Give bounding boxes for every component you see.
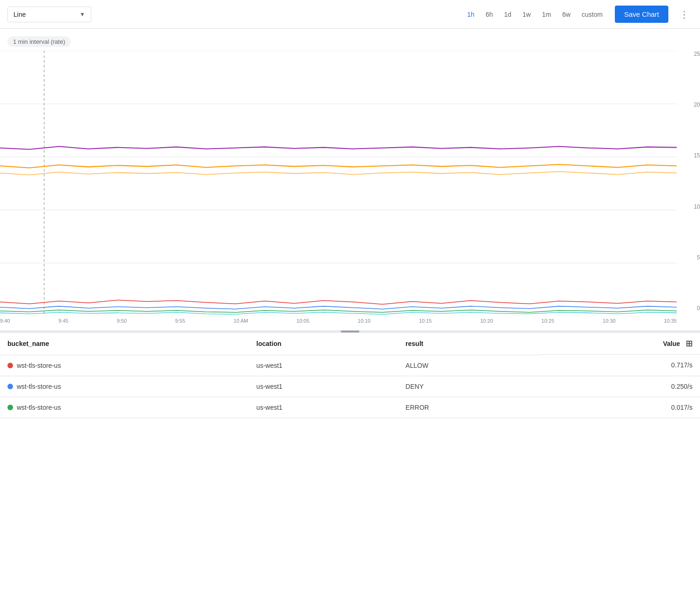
value-cell-1: 0.717/s — [538, 355, 700, 376]
legend-dot-deny — [7, 384, 13, 389]
result-cell-1: ALLOW — [398, 355, 538, 376]
chart-area: 25 20 15 10 5 0 9:40 9:45 9:50 9:55 10 A… — [0, 51, 700, 330]
x-label-1035: 10:35 — [664, 318, 677, 324]
x-label-945: 9:45 — [58, 318, 68, 324]
chevron-down-icon: ▼ — [80, 11, 85, 18]
x-label-1030: 10:30 — [603, 318, 616, 324]
more-options-button[interactable]: ⋮ — [676, 7, 693, 22]
table-row: wst-tls-store-us us-west1 ALLOW 0.717/s — [0, 355, 700, 376]
x-axis: 9:40 9:45 9:50 9:55 10 AM 10:05 10:10 10… — [0, 316, 677, 330]
bucket-name-cell-2: wst-tls-store-us — [0, 376, 249, 397]
chart-svg — [0, 51, 677, 316]
x-label-10am: 10 AM — [234, 318, 248, 324]
x-label-1005: 10:05 — [296, 318, 310, 324]
chart-type-label: Line — [13, 11, 76, 18]
y-label-20: 20 — [694, 102, 700, 108]
toolbar: Line ▼ 1h 6h 1d 1w 1m 6w custom Save Cha… — [0, 0, 700, 29]
time-range-group: 1h 6h 1d 1w 1m 6w custom — [463, 8, 607, 21]
columns-icon[interactable]: ⊞ — [686, 339, 693, 349]
time-btn-1w[interactable]: 1w — [518, 8, 536, 21]
y-label-10: 10 — [694, 203, 700, 210]
chart-type-select[interactable]: Line ▼ — [7, 7, 91, 22]
bucket-name-value-2: wst-tls-store-us — [17, 383, 61, 390]
col-header-bucket: bucket_name — [0, 333, 249, 355]
x-label-1010: 10:10 — [358, 318, 371, 324]
table-header-row: bucket_name location result Value ⊞ — [0, 333, 700, 355]
time-btn-1h[interactable]: 1h — [463, 8, 479, 21]
col-header-location: location — [249, 333, 398, 355]
location-cell-1: us-west1 — [249, 355, 398, 376]
legend-table: bucket_name location result Value ⊞ wst-… — [0, 333, 700, 418]
table-row: wst-tls-store-us us-west1 DENY 0.250/s — [0, 376, 700, 397]
result-cell-2: DENY — [398, 376, 538, 397]
bucket-name-cell-3: wst-tls-store-us — [0, 397, 249, 418]
col-header-value: Value ⊞ — [538, 333, 700, 355]
time-btn-1d[interactable]: 1d — [499, 8, 516, 21]
x-label-950: 9:50 — [117, 318, 127, 324]
location-cell-2: us-west1 — [249, 376, 398, 397]
y-axis: 25 20 15 10 5 0 — [677, 51, 700, 312]
divider-handle — [341, 331, 359, 332]
bucket-name-cell: wst-tls-store-us — [0, 355, 249, 376]
table-row: wst-tls-store-us us-west1 ERROR 0.017/s — [0, 397, 700, 418]
legend-dot-allow — [7, 363, 13, 368]
value-cell-3: 0.017/s — [538, 397, 700, 418]
col-header-result: result — [398, 333, 538, 355]
interval-badge: 1 min interval (rate) — [7, 36, 71, 47]
time-btn-1m[interactable]: 1m — [537, 8, 555, 21]
x-label-955: 9:55 — [175, 318, 185, 324]
y-label-0: 0 — [697, 305, 700, 312]
bucket-name-value-3: wst-tls-store-us — [17, 404, 61, 411]
bucket-name-value: wst-tls-store-us — [17, 362, 61, 369]
y-label-15: 15 — [694, 152, 700, 159]
y-label-5: 5 — [697, 254, 700, 261]
x-label-1020: 10:20 — [480, 318, 493, 324]
legend-dot-error — [7, 405, 13, 410]
location-cell-3: us-west1 — [249, 397, 398, 418]
time-btn-6h[interactable]: 6h — [481, 8, 498, 21]
legend-table-container: bucket_name location result Value ⊞ wst-… — [0, 333, 700, 418]
x-label-940: 9:40 — [0, 318, 10, 324]
result-cell-3: ERROR — [398, 397, 538, 418]
x-label-1015: 10:15 — [419, 318, 432, 324]
x-label-1025: 10:25 — [541, 318, 554, 324]
time-btn-6w[interactable]: 6w — [558, 8, 575, 21]
chart-container: 1 min interval (rate) — [0, 29, 700, 330]
time-btn-custom[interactable]: custom — [577, 8, 607, 21]
save-chart-button[interactable]: Save Chart — [615, 6, 668, 23]
y-label-25: 25 — [694, 51, 700, 57]
value-cell-2: 0.250/s — [538, 376, 700, 397]
